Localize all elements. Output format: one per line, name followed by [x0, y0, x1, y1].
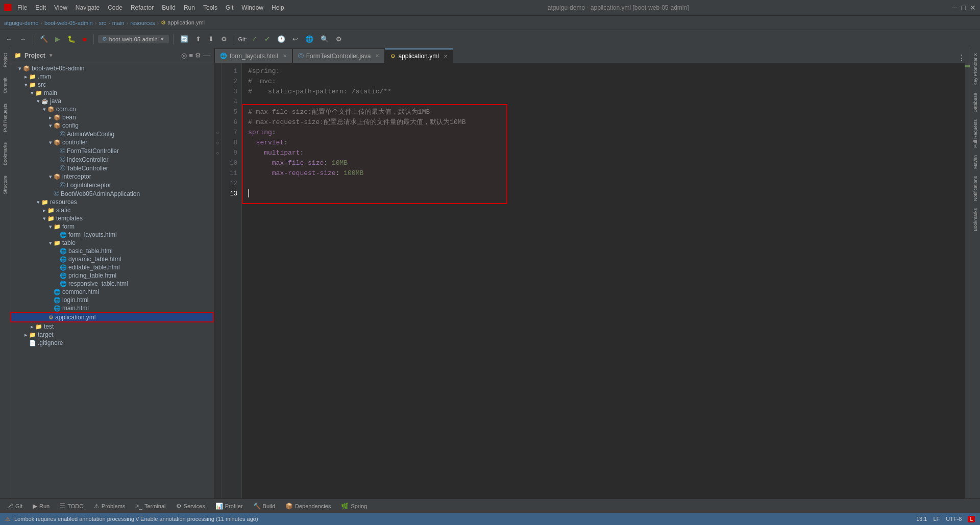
- toolbar-forward-btn[interactable]: →: [17, 34, 29, 44]
- tree-formtestcontroller[interactable]: ▸ Ⓒ FormTestController: [10, 146, 214, 155]
- bottom-terminal[interactable]: >_ Terminal: [133, 502, 167, 511]
- right-key-promoter-icon[interactable]: Key Promoter X: [972, 50, 979, 89]
- bottom-todo[interactable]: ☰ TODO: [58, 502, 86, 511]
- menu-run[interactable]: Run: [184, 4, 195, 11]
- tree-main[interactable]: ▾ 📁 main: [10, 89, 214, 97]
- menu-build[interactable]: Build: [162, 4, 176, 11]
- menu-file[interactable]: File: [17, 4, 27, 11]
- menu-tools[interactable]: Tools: [203, 4, 217, 11]
- tree-editable-table[interactable]: ▸ 🌐 editable_table.html: [10, 263, 214, 271]
- toolbar-back-btn[interactable]: ←: [3, 34, 15, 44]
- menu-edit[interactable]: Edit: [35, 4, 46, 11]
- tab-application-yml[interactable]: ⚙ application.yml ✕: [385, 48, 453, 63]
- tree-comcn[interactable]: ▾ 📦 com.cn: [10, 105, 214, 113]
- tree-test[interactable]: ▸ 📁 test: [10, 322, 214, 331]
- toolbar-push-btn[interactable]: ⬇: [206, 34, 216, 44]
- tree-main-html[interactable]: ▸ 🌐 main.html: [10, 304, 214, 312]
- bc-project[interactable]: atguigu-demo: [4, 20, 38, 26]
- toolbar-sync-btn[interactable]: 🔄: [178, 34, 191, 44]
- bottom-services[interactable]: ⚙ Services: [174, 502, 207, 511]
- bottom-git[interactable]: ⎇ Git: [4, 502, 24, 511]
- tree-interceptor[interactable]: ▾ 📦 interceptor: [10, 172, 214, 181]
- menu-code[interactable]: Code: [108, 4, 122, 11]
- run-config-selector[interactable]: ⚙ boot-web-05-admin ▼: [98, 35, 169, 43]
- toolbar-stop-btn[interactable]: ■: [80, 34, 89, 44]
- tree-static[interactable]: ▸ 📁 static: [10, 206, 214, 214]
- bottom-spring[interactable]: 🌿 Spring: [339, 502, 369, 511]
- bc-module[interactable]: boot-web-05-admin: [44, 20, 93, 26]
- close-button[interactable]: ✕: [970, 4, 976, 12]
- editor-scrollbar[interactable]: [965, 63, 970, 498]
- tree-gitignore[interactable]: ▸ 📄 .gitignore: [10, 339, 214, 347]
- tree-java[interactable]: ▾ ☕ java: [10, 97, 214, 105]
- tree-application-yml[interactable]: ▸ ⚙ application.yml: [10, 312, 214, 322]
- bottom-dependencies[interactable]: 📦 Dependencies: [283, 502, 333, 511]
- tree-table[interactable]: ▾ 📁 table: [10, 239, 214, 247]
- menu-navigate[interactable]: Navigate: [76, 4, 100, 11]
- tab-close-btn[interactable]: ✕: [375, 53, 379, 59]
- toolbar-run-btn[interactable]: ▶: [53, 34, 63, 44]
- bottom-problems[interactable]: ⚠ Problems: [92, 502, 127, 511]
- menu-view[interactable]: View: [54, 4, 67, 11]
- right-bookmarks-icon[interactable]: Bookmarks: [972, 205, 979, 234]
- toolbar-settings-btn[interactable]: ⚙: [333, 34, 345, 44]
- tab-form-layouts[interactable]: 🌐 form_layouts.html ✕: [214, 48, 292, 63]
- line-ending[interactable]: LF: [933, 516, 940, 522]
- project-locate-btn[interactable]: ◎: [181, 52, 187, 59]
- encoding[interactable]: UTF-8: [946, 516, 962, 522]
- tree-logininterceptor[interactable]: ▸ Ⓒ LoginInterceptor: [10, 181, 214, 189]
- tree-bean[interactable]: ▸ 📦 bean: [10, 113, 214, 121]
- maximize-button[interactable]: □: [962, 4, 966, 12]
- tree-tablecontroller[interactable]: ▸ Ⓒ TableController: [10, 164, 214, 172]
- tree-adminwebconfig[interactable]: ▸ Ⓒ AdminWebConfig: [10, 130, 214, 138]
- right-database-icon[interactable]: Database: [972, 90, 979, 116]
- tree-responsive-table[interactable]: ▸ 🌐 responsive_table.html: [10, 280, 214, 288]
- project-collapse-btn[interactable]: ≡: [189, 52, 193, 59]
- left-structure-icon[interactable]: Structure: [2, 172, 9, 197]
- tree-target[interactable]: ▸ 📁 target: [10, 331, 214, 339]
- left-bookmarks-icon[interactable]: Bookmarks: [2, 139, 9, 168]
- bc-src[interactable]: src: [99, 20, 106, 26]
- bottom-profiler[interactable]: 📊 Profiler: [213, 502, 245, 511]
- code-editor[interactable]: #spring: # mvc: # static-path-pattern: /…: [242, 63, 965, 498]
- tree-indexcontroller[interactable]: ▸ Ⓒ IndexController: [10, 155, 214, 164]
- bottom-run[interactable]: ▶ Run: [31, 502, 52, 511]
- left-pullreq-icon[interactable]: Pull Requests: [2, 101, 9, 135]
- toolbar-build-btn[interactable]: 🔨: [37, 34, 51, 44]
- tree-mvn[interactable]: ▸ 📁 .mvn: [10, 72, 214, 81]
- toolbar-git-check[interactable]: ✓: [249, 34, 260, 44]
- right-notifications-icon[interactable]: Notifications: [972, 173, 979, 204]
- tree-pricing-table[interactable]: ▸ 🌐 pricing_table.html: [10, 271, 214, 280]
- tree-basic-table[interactable]: ▸ 🌐 basic_table.html: [10, 247, 214, 255]
- left-commit-icon[interactable]: Commit: [2, 74, 9, 96]
- tree-mainapplication[interactable]: ▸ Ⓒ BootWeb05AdminApplication: [10, 189, 214, 198]
- tab-overflow-btn[interactable]: ⋮: [953, 53, 970, 63]
- tree-src[interactable]: ▾ 📁 src: [10, 81, 214, 89]
- toolbar-git-commit[interactable]: ✔: [262, 34, 273, 44]
- menu-help[interactable]: Help: [272, 4, 284, 11]
- bc-main[interactable]: main: [112, 20, 125, 26]
- tree-login-html[interactable]: ▸ 🌐 login.html: [10, 296, 214, 304]
- toolbar-translate-btn[interactable]: 🌐: [303, 34, 316, 44]
- tab-close-btn[interactable]: ✕: [444, 54, 448, 59]
- toolbar-update-btn[interactable]: ⬆: [193, 34, 204, 44]
- cursor-position[interactable]: 13:1: [916, 516, 927, 522]
- tab-close-btn[interactable]: ✕: [283, 53, 287, 59]
- tree-form[interactable]: ▾ 📁 form: [10, 222, 214, 231]
- right-maven-icon[interactable]: Maven: [972, 152, 979, 172]
- menu-window[interactable]: Window: [241, 4, 263, 11]
- tree-root[interactable]: ▾ 📦 boot-web-05-admin: [10, 64, 214, 72]
- tree-resources[interactable]: ▾ 📁 resources: [10, 198, 214, 206]
- right-pullreq-icon[interactable]: Pull Requests: [972, 116, 979, 151]
- menu-git[interactable]: Git: [226, 4, 233, 11]
- minimize-button[interactable]: ─: [952, 4, 958, 12]
- toolbar-git-time[interactable]: 🕐: [275, 34, 288, 44]
- project-settings-btn[interactable]: ⚙: [195, 52, 201, 59]
- bc-resources[interactable]: resources: [130, 20, 155, 26]
- toolbar-undo-btn[interactable]: ↩: [290, 34, 301, 44]
- tree-templates[interactable]: ▾ 📁 templates: [10, 214, 214, 222]
- bottom-build[interactable]: 🔨 Build: [251, 502, 277, 511]
- tree-common-html[interactable]: ▸ 🌐 common.html: [10, 288, 214, 296]
- bc-file[interactable]: ⚙ application.yml: [161, 19, 205, 26]
- left-project-icon[interactable]: Project: [2, 50, 9, 70]
